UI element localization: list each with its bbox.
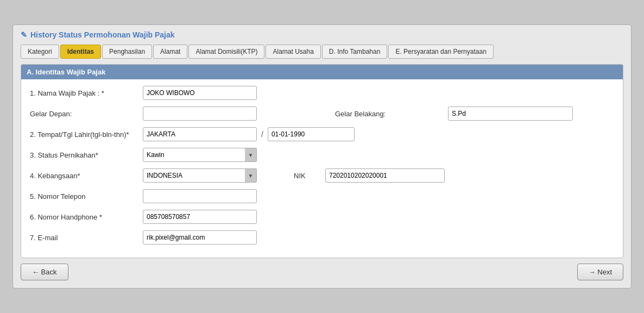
title-icon: ✎ <box>21 30 27 39</box>
handphone-input[interactable] <box>143 210 257 224</box>
nama-row: 1. Nama Wajib Pajak : * <box>30 86 614 100</box>
gelar-belakang-input[interactable] <box>448 107 573 121</box>
telepon-label: 5. Nomor Telepon <box>30 192 138 201</box>
gelar-depan-input[interactable] <box>143 107 257 121</box>
tempat-lahir-input[interactable] <box>143 127 257 141</box>
tab-penghasilan[interactable]: Penghasilan <box>102 45 152 59</box>
identitas-section: A. Identitas Wajib Pajak 1. Nama Wajib P… <box>21 64 623 258</box>
tabs-container: Kategori Identitas Penghasilan Alamat Al… <box>21 45 623 59</box>
gelar-depan-label: Gelar Depan: <box>30 110 138 118</box>
gelar-belakang-label: Gelar Belakang: <box>335 110 444 118</box>
tab-kategori[interactable]: Kategori <box>21 45 59 59</box>
gelar-belakang-group: Gelar Belakang: <box>335 107 614 121</box>
email-input[interactable] <box>143 230 257 245</box>
section-body: 1. Nama Wajib Pajak : * Gelar Depan: Gel… <box>21 79 623 258</box>
status-pernikahan-select[interactable]: Kawin Belum Kawin Janda/Duda <box>143 148 257 162</box>
kebangsaan-label: 4. Kebangsaan* <box>30 172 138 180</box>
kebangsaan-row: 4. Kebangsaan* INDONESIA WNA ▼ NIK <box>30 168 614 183</box>
tab-e-persyaratan[interactable]: E. Persyaratan dan Pernyataan <box>388 45 493 59</box>
tab-d-info[interactable]: D. Info Tambahan <box>322 45 388 59</box>
tab-identitas[interactable]: Identitas <box>60 45 101 59</box>
handphone-row: 6. Nomor Handphone * <box>30 210 614 224</box>
window-title: ✎ History Status Permohonan Wajib Pajak <box>21 30 623 39</box>
nik-label: NIK <box>294 172 321 180</box>
footer-buttons: ← Back → Next <box>21 264 623 280</box>
tempat-lahir-label: 2. Tempat/Tgl Lahir(tgl-bln-thn)* <box>30 130 138 139</box>
status-pernikahan-select-wrap: Kawin Belum Kawin Janda/Duda ▼ <box>143 148 257 162</box>
section-header: A. Identitas Wajib Pajak <box>21 65 623 79</box>
kebangsaan-select[interactable]: INDONESIA WNA <box>143 168 257 183</box>
status-pernikahan-label: 3. Status Pernikahan* <box>30 151 138 159</box>
tab-alamat-domisili[interactable]: Alamat Domisili(KTP) <box>188 45 264 59</box>
title-text: History Status Permohonan Wajib Pajak <box>30 30 175 39</box>
nama-label: 1. Nama Wajib Pajak : * <box>30 89 138 97</box>
handphone-label: 6. Nomor Handphone * <box>30 213 138 221</box>
telepon-input[interactable] <box>143 189 257 203</box>
back-button[interactable]: ← Back <box>21 264 68 280</box>
main-container: ✎ History Status Permohonan Wajib Pajak … <box>12 24 632 289</box>
next-button[interactable]: → Next <box>577 264 623 280</box>
tempat-lahir-row: 2. Tempat/Tgl Lahir(tgl-bln-thn)* / <box>30 127 614 141</box>
gelar-depan-group: Gelar Depan: <box>30 107 309 121</box>
email-row: 7. E-mail <box>30 230 614 245</box>
nama-input[interactable] <box>143 86 257 100</box>
nik-input[interactable] <box>325 168 445 183</box>
date-separator: / <box>261 130 263 139</box>
tab-alamat[interactable]: Alamat <box>153 45 187 59</box>
email-label: 7. E-mail <box>30 234 138 242</box>
status-pernikahan-row: 3. Status Pernikahan* Kawin Belum Kawin … <box>30 148 614 162</box>
tab-alamat-usaha[interactable]: Alamat Usaha <box>266 45 320 59</box>
kebangsaan-select-wrap: INDONESIA WNA ▼ <box>143 168 257 183</box>
telepon-row: 5. Nomor Telepon <box>30 189 614 203</box>
gelar-row: Gelar Depan: Gelar Belakang: <box>30 107 614 121</box>
tgl-lahir-input[interactable] <box>268 127 355 141</box>
